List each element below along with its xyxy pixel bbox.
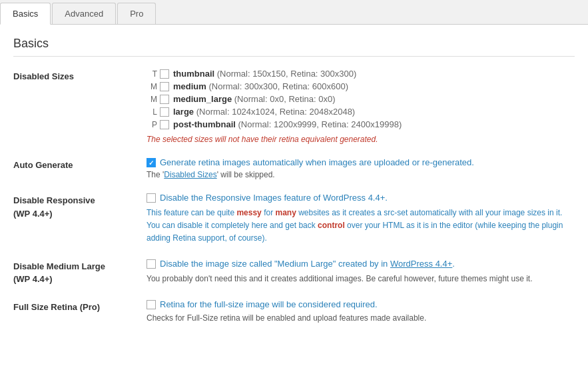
size-row-medium-large: M medium_large (Normal: 0x0, Retina: 0x0… (147, 94, 575, 104)
disable-medium-large-row: Disable Medium Large (WP 4.4+) Disable t… (13, 259, 575, 286)
auto-generate-checkbox-row: Generate retina images automatically whe… (147, 157, 575, 167)
auto-generate-control: Generate retina images automatically whe… (147, 157, 575, 179)
size-letter-p: P (147, 120, 157, 129)
size-name-medium-large: medium_large (173, 94, 232, 104)
full-size-retina-row: Full Size Retina (Pro) Retina for the fu… (13, 299, 575, 323)
size-letter-l: L (147, 107, 157, 117)
checkbox-medium-large[interactable] (160, 95, 169, 104)
checkbox-auto-generate[interactable] (147, 158, 156, 167)
full-size-retina-text: Retina for the full-size image will be c… (160, 299, 378, 309)
size-name-medium: medium (173, 81, 206, 91)
size-details-medium: (Normal: 300x300, Retina: 600x600) (208, 81, 348, 91)
disable-responsive-checkbox-row: Disable the Responsive Images feature of… (147, 193, 575, 203)
size-details-large: (Normal: 1024x1024, Retina: 2048x2048) (196, 107, 355, 117)
checkbox-large[interactable] (160, 107, 169, 117)
disable-responsive-text: Disable the Responsive Images feature of… (160, 193, 388, 203)
disable-medium-large-desc: You probably don't need this and it crea… (147, 273, 575, 285)
disabled-sizes-control: T thumbnail (Normal: 150x150, Retina: 30… (147, 69, 575, 144)
tab-pro[interactable]: Pro (117, 3, 156, 24)
section-title: Basics (13, 37, 575, 57)
tabs-bar: Basics Advanced Pro (0, 0, 588, 25)
auto-generate-label: Auto Generate (13, 157, 147, 172)
disable-medium-large-control: Disable the image size called "Medium La… (147, 259, 575, 285)
disabled-sizes-note: The selected sizes will not have their r… (147, 135, 575, 144)
disable-medium-large-label: Disable Medium Large (WP 4.4+) (13, 259, 147, 286)
disabled-sizes-label: Disabled Sizes (13, 69, 147, 83)
auto-generate-note-link[interactable]: Disabled Sizes (164, 170, 216, 179)
auto-generate-text: Generate retina images automatically whe… (160, 157, 474, 167)
size-name-post-thumbnail: post-thumbnail (173, 119, 236, 129)
size-details-medium-large: (Normal: 0x0, Retina: 0x0) (234, 94, 336, 104)
disable-responsive-row: Disable Responsive (WP 4.4+) Disable the… (13, 193, 575, 245)
size-name-large: large (173, 107, 194, 117)
content-area: Basics Disabled Sizes T thumbnail (Norma… (0, 25, 588, 348)
size-row-medium: M medium (Normal: 300x300, Retina: 600x6… (147, 81, 575, 91)
size-details-thumbnail: (Normal: 150x150, Retina: 300x300) (217, 69, 357, 79)
checkbox-disable-responsive[interactable] (147, 193, 156, 203)
size-details-post-thumbnail: (Normal: 1200x9999, Retina: 2400x19998) (238, 119, 402, 129)
tab-advanced[interactable]: Advanced (52, 3, 116, 24)
size-letter-m2: M (147, 95, 157, 104)
full-size-retina-label: Full Size Retina (Pro) (13, 299, 147, 314)
disable-medium-large-checkbox-row: Disable the image size called "Medium La… (147, 259, 575, 269)
size-letter-t: T (147, 69, 157, 79)
disable-medium-large-text: Disable the image size called "Medium La… (160, 259, 455, 269)
full-size-retina-checkbox-row: Retina for the full-size image will be c… (147, 299, 575, 309)
size-name-thumbnail: thumbnail (173, 69, 214, 79)
disable-responsive-desc: This feature can be quite messy for many… (147, 207, 575, 245)
size-row-large: L large (Normal: 1024x1024, Retina: 2048… (147, 107, 575, 117)
checkbox-full-size-retina[interactable] (147, 300, 156, 309)
auto-generate-note: The 'Disabled Sizes' will be skipped. (147, 170, 575, 179)
size-letter-m1: M (147, 82, 157, 91)
tab-basics[interactable]: Basics (0, 3, 51, 25)
full-size-retina-desc: Checks for Full-Size retina will be enab… (147, 313, 575, 323)
checkbox-thumbnail[interactable] (160, 69, 169, 79)
checkbox-disable-medium-large[interactable] (147, 259, 156, 269)
full-size-retina-control: Retina for the full-size image will be c… (147, 299, 575, 323)
disable-responsive-control: Disable the Responsive Images feature of… (147, 193, 575, 245)
checkbox-medium[interactable] (160, 82, 169, 91)
size-row-post-thumbnail: P post-thumbnail (Normal: 1200x9999, Ret… (147, 119, 575, 129)
disabled-sizes-row: Disabled Sizes T thumbnail (Normal: 150x… (13, 69, 575, 144)
size-row-thumbnail: T thumbnail (Normal: 150x150, Retina: 30… (147, 69, 575, 79)
auto-generate-row: Auto Generate Generate retina images aut… (13, 157, 575, 179)
disable-responsive-label: Disable Responsive (WP 4.4+) (13, 193, 147, 220)
checkbox-post-thumbnail[interactable] (160, 120, 169, 129)
